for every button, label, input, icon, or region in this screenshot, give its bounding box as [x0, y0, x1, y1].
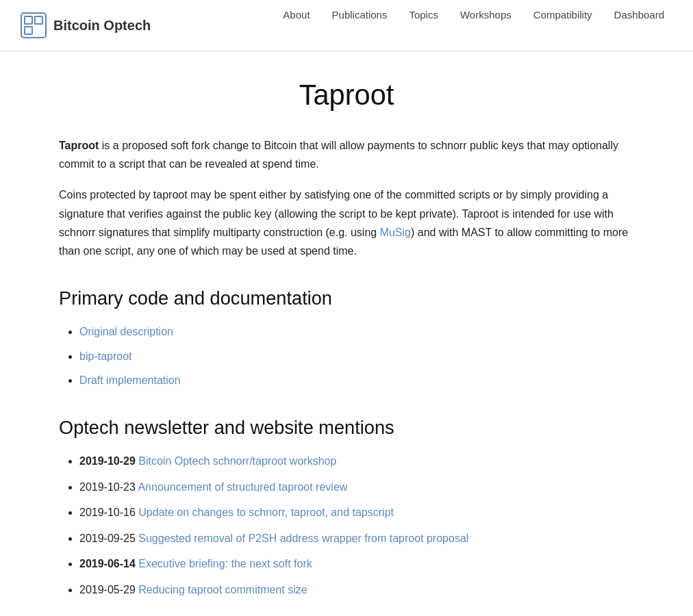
list-item: 2019-10-23 Announcement of structured ta… [79, 478, 634, 496]
logo-text: Bitcoin Optech [53, 18, 151, 34]
mention-link[interactable]: Announcement of structured taproot revie… [138, 481, 347, 493]
mention-date: 2019-10-23 [79, 481, 136, 493]
mention-date: 2019-09-25 [79, 532, 136, 544]
section-primary-title: Primary code and documentation [59, 287, 634, 309]
nav-compatibility[interactable]: Compatibility [525, 3, 601, 26]
main-nav: Bitcoin Optech About Publications Topics… [0, 0, 693, 51]
page-title: Taproot [59, 79, 634, 112]
nav-topics[interactable]: Topics [401, 3, 446, 26]
nav-dashboard[interactable]: Dashboard [606, 3, 672, 26]
mentions-list: 2019-10-29 Bitcoin Optech schnorr/taproo… [59, 452, 634, 599]
list-item: 2019-06-14 Executive briefing: the next … [79, 555, 634, 573]
intro-paragraph: Taproot is a proposed soft fork change t… [59, 136, 634, 173]
list-item: 2019-10-29 Bitcoin Optech schnorr/taproo… [79, 452, 634, 470]
mention-date: 2019-10-16 [79, 506, 136, 518]
list-item: bip-taproot [79, 348, 634, 365]
musig-link[interactable]: MuSig [380, 227, 411, 238]
primary-links-list: Original description bip-taproot Draft i… [59, 323, 634, 389]
draft-implementation-link[interactable]: Draft implementation [79, 374, 181, 386]
mention-link[interactable]: Reducing taproot commitment size [138, 584, 307, 595]
intro-text: is a proposed soft fork change to Bitcoi… [59, 140, 618, 170]
svg-rect-1 [25, 16, 32, 24]
main-content: Taproot Taproot is a proposed soft fork … [18, 51, 675, 616]
nav-publications[interactable]: Publications [324, 3, 396, 26]
body-paragraph: Coins protected by taproot may be spent … [59, 185, 634, 260]
list-item: 2019-05-29 Reducing taproot commitment s… [79, 581, 634, 599]
mention-date: 2019-10-29 [79, 455, 136, 467]
mention-link[interactable]: Bitcoin Optech schnorr/taproot workshop [138, 455, 336, 467]
taproot-bold: Taproot [59, 140, 99, 151]
logo-icon [21, 12, 47, 38]
mention-link[interactable]: Executive briefing: the next soft fork [138, 558, 312, 569]
svg-rect-3 [25, 27, 32, 34]
bip-taproot-link[interactable]: bip-taproot [79, 350, 132, 362]
list-item: Original description [79, 323, 634, 341]
mention-date: 2019-05-29 [79, 584, 136, 595]
mention-link[interactable]: Suggested removal of P2SH address wrappe… [138, 532, 468, 544]
list-item: Draft implementation [79, 372, 634, 389]
logo-link[interactable]: Bitcoin Optech [21, 12, 151, 38]
original-description-link[interactable]: Original description [79, 326, 173, 337]
nav-workshops[interactable]: Workshops [452, 3, 520, 26]
svg-rect-2 [35, 16, 42, 24]
section-newsletter-title: Optech newsletter and website mentions [59, 417, 634, 439]
nav-links: About Publications Topics Workshops Comp… [254, 6, 672, 31]
list-item: 2019-09-25 Suggested removal of P2SH add… [79, 530, 634, 548]
nav-about[interactable]: About [275, 3, 318, 26]
mention-link[interactable]: Update on changes to schnorr, taproot, a… [138, 506, 394, 518]
mention-date: 2019-06-14 [79, 558, 136, 569]
list-item: 2019-10-16 Update on changes to schnorr,… [79, 504, 634, 522]
